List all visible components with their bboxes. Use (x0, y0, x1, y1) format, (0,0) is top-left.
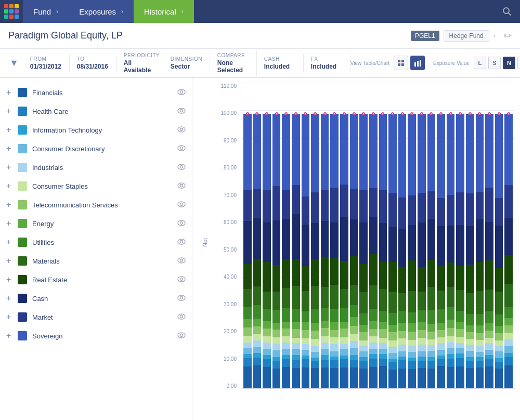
exp-btn-G[interactable]: G (517, 57, 520, 69)
filter-cash[interactable]: Cash Included (257, 54, 304, 72)
sector-name: Sovereign (32, 332, 177, 340)
bar-segment (263, 309, 271, 321)
eye-icon[interactable] (177, 313, 186, 321)
filter-dimension[interactable]: Dimension Sector (163, 54, 210, 72)
view-table-btn[interactable] (394, 56, 408, 70)
bar-segment (321, 114, 329, 190)
bar-segment (330, 114, 339, 188)
sector-expand-icon[interactable]: + (6, 331, 14, 340)
bar-segment (282, 114, 290, 190)
list-item[interactable]: + Information Technology (0, 121, 192, 139)
list-item[interactable]: + Energy (0, 214, 192, 233)
eye-icon[interactable] (177, 294, 186, 303)
list-item[interactable]: + Materials (0, 252, 192, 270)
exp-btn-L[interactable]: L (474, 57, 486, 69)
filter-periodicity[interactable]: Periodicity All Available (116, 50, 163, 76)
list-item[interactable]: + Consumer Staples (0, 177, 192, 195)
sector-expand-icon[interactable]: + (6, 88, 14, 97)
eye-icon[interactable] (177, 257, 186, 265)
eye-icon[interactable] (177, 332, 186, 340)
sector-expand-icon[interactable]: + (6, 200, 14, 209)
bar-segment (388, 347, 397, 353)
nav-fund[interactable]: Fund › (23, 0, 69, 23)
eye-icon[interactable] (177, 201, 186, 209)
sector-expand-icon[interactable]: + (6, 238, 14, 247)
bar-segment (495, 114, 503, 198)
sector-color-swatch (18, 107, 27, 116)
logo (0, 0, 23, 23)
view-label: View Table/Chart (350, 60, 389, 66)
bar-group (437, 83, 445, 388)
bar-group (263, 83, 271, 388)
list-item[interactable]: + Industrials (0, 158, 192, 177)
filter-from[interactable]: From 01/31/2012 (23, 54, 70, 72)
eye-icon[interactable] (177, 219, 186, 228)
top-nav: Fund › Exposures › Historical › (0, 0, 520, 23)
bar-segment (408, 340, 416, 346)
eye-icon[interactable] (177, 238, 186, 246)
eye-icon[interactable] (177, 107, 186, 115)
eye-icon[interactable] (177, 163, 186, 172)
nav-search[interactable] (494, 0, 520, 23)
bar-segment (456, 114, 464, 192)
eye-icon[interactable] (177, 275, 186, 284)
list-item[interactable]: + Utilities (0, 233, 192, 252)
list-item[interactable]: + Health Care (0, 102, 192, 121)
y-tick: 100.00 (218, 110, 237, 116)
eye-icon[interactable] (177, 182, 186, 190)
sector-expand-icon[interactable]: + (6, 163, 14, 172)
dot-marker (459, 112, 462, 115)
exp-btn-S[interactable]: S (488, 57, 501, 69)
fund-chevron[interactable]: › (493, 32, 496, 40)
eye-icon[interactable] (177, 88, 186, 97)
eye-icon[interactable] (177, 126, 186, 134)
bar-segment (408, 346, 416, 352)
list-item[interactable]: + Cash (0, 289, 192, 308)
bar-segment (263, 349, 271, 355)
bar-segment (379, 114, 387, 190)
exp-btn-N[interactable]: N (503, 57, 515, 69)
nav-historical[interactable]: Historical › (134, 0, 194, 23)
bar-segment (437, 226, 445, 266)
bar-segment (495, 314, 503, 326)
list-item[interactable]: + Market (0, 308, 192, 326)
sector-expand-icon[interactable]: + (6, 125, 14, 135)
filter-fx[interactable]: FX Included (304, 54, 350, 72)
bar-segment (243, 336, 252, 343)
bar-segment (350, 341, 358, 348)
sector-expand-icon[interactable]: + (6, 312, 14, 322)
bar-segment (302, 225, 310, 266)
list-item[interactable]: + Financials (0, 83, 192, 102)
stacked-bar (485, 83, 493, 388)
eye-icon[interactable] (177, 145, 186, 153)
svg-point-14 (180, 128, 183, 131)
sector-expand-icon[interactable]: + (6, 219, 14, 228)
bar-segment (495, 346, 503, 351)
dot-marker (488, 112, 491, 115)
bar-segment (311, 361, 319, 369)
filter-toggle[interactable]: ▼ (5, 58, 23, 69)
sector-expand-icon[interactable]: + (6, 256, 14, 266)
bar-group (398, 83, 407, 388)
filter-compare[interactable]: Compare None Selected (210, 50, 257, 76)
cash-value: Included (264, 63, 296, 70)
bar-segment (330, 357, 339, 360)
bar-segment (340, 349, 348, 355)
view-chart-btn[interactable] (410, 56, 425, 70)
sector-expand-icon[interactable]: + (6, 107, 14, 116)
list-item[interactable]: + Real Estate (0, 270, 192, 289)
bar-segment (340, 261, 348, 289)
bar-segment (272, 357, 281, 361)
sector-expand-icon[interactable]: + (6, 144, 14, 153)
list-item[interactable]: + Telecommunication Services (0, 195, 192, 214)
list-item[interactable]: + Sovereign (0, 326, 192, 345)
sector-expand-icon[interactable]: + (6, 275, 14, 284)
sector-expand-icon[interactable]: + (6, 181, 14, 191)
list-item[interactable]: + Consumer Discretionary (0, 139, 192, 158)
sector-expand-icon[interactable]: + (6, 294, 14, 303)
bar-segment (311, 223, 319, 259)
bar-segment (427, 332, 436, 340)
nav-exposures[interactable]: Exposures › (69, 0, 134, 23)
edit-icon[interactable]: ✏ (504, 30, 512, 42)
filter-to[interactable]: To 08/31/2016 (70, 54, 116, 72)
